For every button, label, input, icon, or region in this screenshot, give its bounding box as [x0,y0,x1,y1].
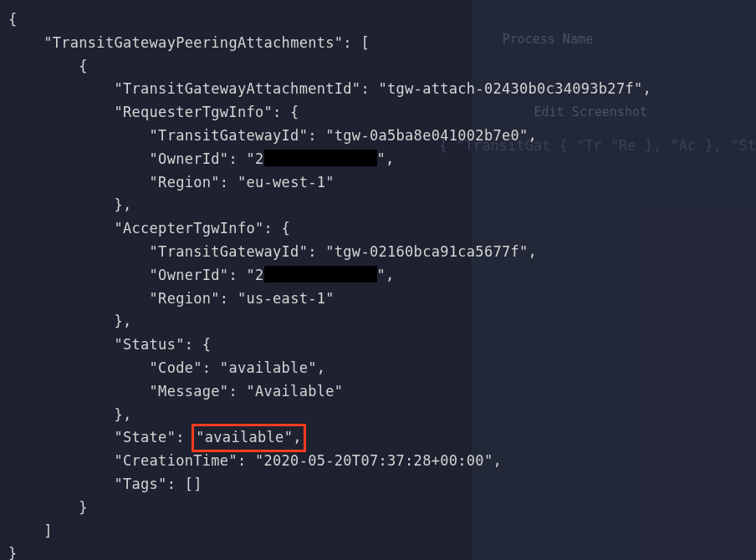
redacted-owner-id [264,150,377,166]
status-code-key: Code [158,359,193,376]
creation-time-key: CreationTime [123,452,228,469]
attachment-id-key: TransitGatewayAttachmentId [123,80,352,97]
state-value: available [205,429,284,445]
status-key: Status [123,336,176,353]
attachment-id-value: tgw-attach-02430b0c34093b27f [387,80,634,97]
state-key: State [123,429,167,445]
status-message-value: Available [255,383,335,400]
requester-owner-key: OwnerId [158,150,220,167]
accepter-tgw-value: tgw-02160bca91ca5677f [335,243,519,260]
requester-key: RequesterTgwInfo [123,104,264,120]
requester-tgw-key: TransitGatewayId [158,127,299,144]
accepter-owner-key: OwnerId [158,267,220,283]
accepter-key: AccepterTgwInfo [123,220,255,237]
state-highlight: "available", [192,424,305,452]
creation-time-value: 2020-05-20T07:37:28+00:00 [264,452,484,469]
accepter-tgw-key: TransitGatewayId [158,243,299,260]
requester-owner-prefix: 2 [255,150,264,167]
tags-key: Tags [123,476,158,492]
requester-region-value: eu-west-1 [246,174,325,191]
json-output: { "TransitGatewayPeeringAttachments": [ … [0,0,756,560]
status-message-key: Message [158,383,220,400]
root-key: TransitGatewayPeeringAttachments [53,34,335,51]
accepter-owner-prefix: 2 [255,267,264,283]
accepter-region-key: Region [158,290,211,307]
requester-tgw-value: tgw-0a5ba8e041002b7e0 [335,127,519,144]
accepter-region-value: us-east-1 [246,290,325,307]
requester-region-key: Region [158,174,211,191]
status-code-value: available [228,359,308,376]
redacted-owner-id [264,266,377,283]
